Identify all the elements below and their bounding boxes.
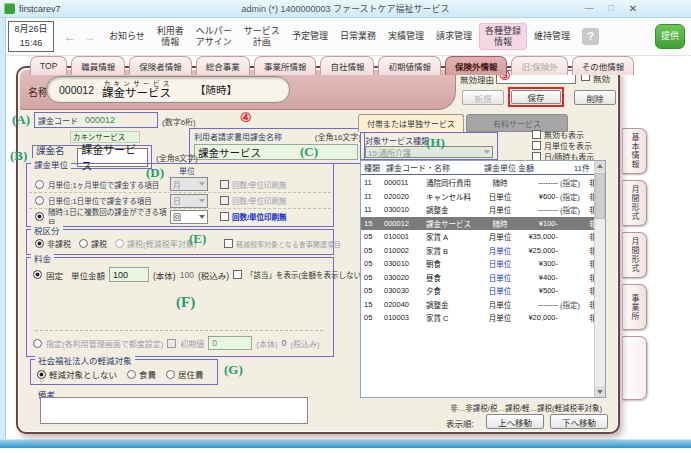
initial-value-checkbox[interactable] <box>167 339 176 348</box>
welfare-radio[interactable] <box>166 370 175 379</box>
filter-checkbox[interactable] <box>532 141 541 150</box>
toolbar-menu-item[interactable]: お知らせ <box>104 29 150 43</box>
toolbar-menu-item[interactable]: サービス 計画 <box>239 24 285 49</box>
unit-radio[interactable] <box>35 196 44 205</box>
provide-button[interactable]: 提供 <box>655 24 685 49</box>
annotation-letter-b: (B) <box>10 148 27 164</box>
welfare-option[interactable]: 軽減対象としない <box>37 368 117 380</box>
remarks-input[interactable] <box>40 397 308 424</box>
maximize-icon[interactable]: □ <box>600 1 622 16</box>
table-row[interactable]: 05 010002 家賃 B 月単位 ¥25,000- 非 <box>361 244 594 258</box>
table-row[interactable]: 15 020040 調整金 月単位 -------- (指定) 非 <box>361 298 594 312</box>
help-button[interactable]: ? <box>582 28 599 45</box>
table-row[interactable]: 11 020020 キャンセル料 日単位 ¥600- (指定) 非 <box>361 190 594 204</box>
table-scrollbar[interactable] <box>594 161 605 397</box>
tax-radio[interactable] <box>35 239 44 248</box>
cell-amount: ¥600- <box>516 192 558 201</box>
tab-attached-service[interactable]: 付帯または単独サービス <box>358 114 464 132</box>
category-tab[interactable]: 職員情報 <box>71 56 125 75</box>
side-tab[interactable]: 月間形式 <box>622 232 647 278</box>
designated-radio[interactable] <box>33 339 42 348</box>
welfare-radio[interactable] <box>37 370 46 379</box>
save-button[interactable]: 保存 <box>511 90 561 104</box>
toolbar-menu-label: 維持管理 <box>534 31 570 41</box>
new-button[interactable]: 新規 <box>462 90 504 105</box>
unit-select[interactable]: 日 <box>170 194 208 208</box>
welfare-radio[interactable] <box>127 370 136 379</box>
table-row[interactable]: 05 030030 夕食 日単位 ¥500- 非 <box>361 284 594 298</box>
scroll-up-icon[interactable] <box>595 161 605 172</box>
unit-price-input[interactable]: 100 <box>109 267 149 282</box>
side-tab[interactable]: 月間形式 <box>622 180 647 226</box>
delete-button[interactable]: 削除 <box>574 90 616 105</box>
cell-type: 15 <box>364 300 384 309</box>
tax-option[interactable]: 課税(軽減税率対象) <box>115 238 196 249</box>
charge-code-label: 課金コード <box>38 115 78 126</box>
cell-code: 030010 <box>384 259 426 268</box>
cell-type: 05 <box>364 286 384 295</box>
unit-select[interactable]: 回 <box>170 210 208 224</box>
initial-tax-label: (税込み) <box>290 338 319 349</box>
welfare-option[interactable]: 居住費 <box>166 368 204 380</box>
invoice-name-input[interactable]: 課金サービス <box>194 144 358 160</box>
annotation-letter-h: (H) <box>426 135 445 151</box>
table-row[interactable]: 15 000012 課金サービス 随時 ¥100- 非 <box>361 217 594 231</box>
table-row[interactable]: 05 030020 昼食 日単位 ¥400- 非 <box>361 271 594 285</box>
welfare-option-label: 食費 <box>139 368 156 380</box>
unit-radio[interactable] <box>35 212 44 221</box>
table-row[interactable]: 05 030010 朝食 日単位 ¥300- 非 <box>361 257 594 271</box>
forward-icon[interactable]: → <box>84 30 96 44</box>
category-tab[interactable]: 事業所情報 <box>254 56 317 75</box>
toolbar-menu-item[interactable]: 実績管理 <box>383 29 429 43</box>
toolbar-menu-item[interactable]: ヘルパー アサイン <box>191 24 237 49</box>
side-tab[interactable]: 基本情報 <box>622 128 647 174</box>
toolbar-menu-item[interactable]: 請求管理 <box>431 29 477 43</box>
cell-name: 課金サービス <box>426 218 484 229</box>
toolbar-menu-label: 請求管理 <box>436 31 472 41</box>
print-none-checkbox[interactable] <box>220 196 229 205</box>
tax-option[interactable]: 課税 <box>79 238 107 249</box>
toolbar-menu-item[interactable]: 予定管理 <box>287 29 333 43</box>
tax-option[interactable]: 非課税 <box>35 238 71 249</box>
show-applicable-checkbox[interactable] <box>233 270 242 279</box>
print-none-checkbox[interactable] <box>220 212 229 221</box>
unit-radio[interactable] <box>35 180 44 189</box>
scrollbar-thumb[interactable] <box>595 173 605 219</box>
category-tab[interactable]: 初期値情報 <box>378 56 441 75</box>
move-up-button[interactable]: 上へ移動 <box>486 414 544 429</box>
toolbar-menu-item[interactable]: 日常業務 <box>335 29 381 43</box>
category-tab[interactable]: その他情報 <box>572 56 635 75</box>
table-row[interactable]: 11 000011 通院同行費用 随時 -------- (指定) 非 <box>361 176 594 190</box>
table-row[interactable]: 11 030010 調整金 月単位 -------- (指定) 非 <box>361 203 594 217</box>
reduced-tax-checkbox[interactable] <box>224 239 233 248</box>
category-tab[interactable]: 総合事業 <box>196 56 250 75</box>
side-tab[interactable]: 事業所 <box>622 284 647 330</box>
side-tab-blank[interactable] <box>622 336 647 400</box>
welfare-option[interactable]: 食費 <box>127 368 156 380</box>
print-none-checkbox[interactable] <box>220 180 229 189</box>
toolbar-menu-item[interactable]: 利用者 情報 <box>152 24 189 49</box>
initial-value-input[interactable]: 0 <box>208 336 252 350</box>
date-time-display[interactable]: 8月26日 15:46 <box>8 21 54 52</box>
toolbar-menu-item[interactable]: 維持管理 <box>529 29 575 43</box>
table-row[interactable]: 05 010003 家賃 C 月単位 ¥20,000- 非 <box>361 311 594 325</box>
table-row[interactable]: 05 010001 家賃 A 月単位 ¥35,000- 非 <box>361 230 594 244</box>
category-tab[interactable]: TOP <box>30 56 67 75</box>
filter-checkbox[interactable] <box>532 130 541 139</box>
filter-option[interactable]: 無効も表示 <box>532 129 594 139</box>
minimize-icon[interactable]: — <box>578 1 600 16</box>
tax-radio[interactable] <box>79 239 88 248</box>
filter-option[interactable]: 月単位を表示 <box>532 140 594 150</box>
move-down-button[interactable]: 下へ移動 <box>550 414 608 429</box>
back-icon[interactable]: ← <box>64 30 76 44</box>
close-icon[interactable]: ✕ <box>622 1 644 16</box>
toolbar-menu-item[interactable]: 各種登録 情報 <box>479 23 527 50</box>
category-tab[interactable]: 保険外情報 <box>445 56 508 75</box>
category-tab[interactable]: 保険者情報 <box>129 56 192 75</box>
category-tab[interactable]: 旧:保険外 <box>511 56 567 75</box>
category-tab[interactable]: 自社情報 <box>320 56 374 75</box>
scroll-down-icon[interactable] <box>595 386 605 397</box>
unit-select[interactable]: 月 <box>170 177 208 191</box>
tax-radio[interactable] <box>115 239 124 248</box>
fixed-radio[interactable] <box>33 270 42 279</box>
